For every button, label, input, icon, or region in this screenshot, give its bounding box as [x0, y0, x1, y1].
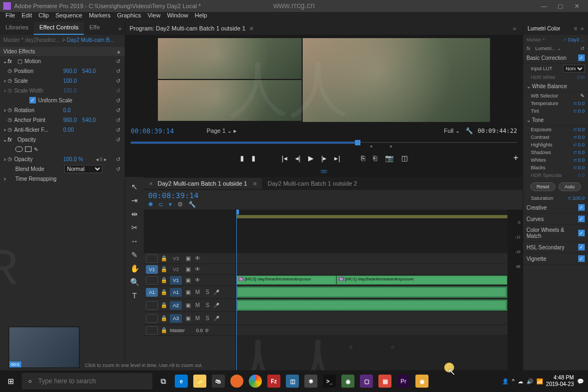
sequence-clip-label[interactable]: Day2 Multi-cam B...	[66, 37, 114, 43]
time-remapping-row[interactable]: › Time Remapping	[0, 174, 125, 183]
playhead-icon[interactable]	[355, 140, 360, 145]
go-to-in-button[interactable]: |◂	[281, 154, 287, 162]
color-wheels-section[interactable]: Color Wheels & Match✓	[523, 225, 588, 242]
contrast-value[interactable]: ⊂0.0	[573, 134, 585, 140]
onedrive-icon[interactable]: ☁	[518, 378, 523, 384]
reset-icon[interactable]: ↺	[114, 78, 122, 84]
step-forward-button[interactable]: |▸	[321, 154, 327, 162]
timeline-playhead[interactable]	[236, 210, 237, 370]
video-clip-mc1[interactable]: fx[MC1] day2headincreasedexposure	[336, 275, 507, 285]
checkbox-checked-icon[interactable]: ✓	[578, 216, 585, 222]
menu-view[interactable]: View	[144, 12, 164, 22]
menu-sequence[interactable]: Sequence	[52, 12, 86, 22]
taskbar-search[interactable]: ○	[22, 373, 152, 389]
search-input[interactable]	[38, 377, 142, 385]
marker-icon[interactable]: ▾	[169, 201, 172, 208]
track-v2-header[interactable]: V1🔒V2▣👁	[144, 264, 236, 275]
track-a3[interactable]	[236, 312, 507, 325]
camera-angle-1[interactable]	[158, 38, 302, 79]
razor-tool-icon[interactable]: ✂	[130, 223, 139, 232]
program-scrubber[interactable]	[131, 138, 517, 147]
play-button[interactable]: ▶	[308, 154, 314, 162]
reset-button[interactable]: Reset	[530, 182, 555, 191]
twisty-icon[interactable]: ›	[2, 176, 8, 182]
selection-tool-icon[interactable]: ↖	[130, 182, 139, 191]
stopwatch-icon[interactable]: ◷	[8, 117, 14, 122]
stopwatch-icon[interactable]: ◷	[8, 156, 14, 162]
cortana-icon[interactable]: ○	[22, 378, 38, 384]
checkbox-checked-icon[interactable]: ✓	[578, 255, 585, 262]
menu-edit[interactable]: Edit	[19, 12, 35, 22]
rotation-value[interactable]: 0.0	[63, 107, 71, 113]
highlights-value[interactable]: ⊂0.0	[573, 142, 585, 148]
timeline-content[interactable]: fx[MC2] day2headincreasedexposur fx[MC1]…	[236, 210, 507, 370]
lock-icon[interactable]: 🔒	[160, 266, 168, 272]
type-tool-icon[interactable]: T	[130, 291, 139, 300]
solo-icon[interactable]: S	[204, 315, 211, 321]
menu-file[interactable]: File	[2, 12, 19, 22]
source-v1[interactable]: V1	[146, 265, 158, 274]
menu-window[interactable]: Window	[164, 12, 192, 22]
position-x-value[interactable]: 960.0	[63, 68, 77, 74]
chevron-up-icon[interactable]: ▲	[116, 48, 121, 54]
blacks-value[interactable]: ⊂0.0	[573, 165, 585, 170]
panel-overflow-icon[interactable]: »	[580, 26, 584, 32]
creative-section[interactable]: Creative✓	[523, 202, 588, 213]
mark-out-button[interactable]: ▮	[252, 154, 255, 162]
stopwatch-icon[interactable]: ◷	[8, 78, 14, 83]
white-balance-section[interactable]: ⌄White Balance	[523, 81, 588, 92]
track-v1-header[interactable]: 🔒V1▣👁	[144, 275, 236, 286]
lock-icon[interactable]: 🔒	[160, 315, 168, 321]
start-button[interactable]: ⊞	[0, 377, 22, 385]
toggle-sync-icon[interactable]: ▣	[184, 277, 192, 283]
stopwatch-icon[interactable]: ◷	[8, 68, 14, 74]
checkbox-checked-icon[interactable]: ✓	[578, 54, 585, 61]
windows-taskbar[interactable]: ⊞ ○ ⧉ e 📁 🛍 Fz ◫ ✱ >_ ◉ ▢ ▤ Pr ◉ 👤 ^ ☁ 🔊…	[0, 370, 588, 392]
video-clip-mc2[interactable]: fx[MC2] day2headincreasedexposur	[236, 275, 336, 285]
source-a1[interactable]: A1	[146, 288, 158, 297]
target-v1[interactable]: V1	[170, 276, 182, 285]
master-clip-label[interactable]: Master * day2headinc...	[3, 37, 60, 43]
saturation-value[interactable]: ⊂100.0	[568, 195, 585, 201]
linked-selection-icon[interactable]: ⊂	[158, 201, 163, 208]
blend-mode-select[interactable]: Normal	[64, 165, 102, 173]
step-back-button[interactable]: ◂|	[295, 154, 301, 162]
tone-section[interactable]: ⌄Tone	[523, 115, 588, 126]
timeline-zoom-bar[interactable]: ○○	[236, 336, 507, 358]
panel-overflow-icon[interactable]: »	[511, 25, 518, 32]
timeline-tab-2[interactable]: Day2 Multi-cam Batch 1 outside 2	[262, 178, 362, 189]
opacity-value[interactable]: 100.0 %	[63, 156, 83, 162]
lock-icon[interactable]: 🔒	[160, 277, 168, 283]
snap-icon[interactable]: ✱	[148, 201, 153, 208]
go-to-out-button[interactable]: ▸|	[334, 154, 340, 162]
audio-clip-a1[interactable]	[236, 286, 507, 298]
settings-wrench-icon[interactable]: 🔧	[465, 127, 473, 134]
checkbox-checked-icon[interactable]: ✓	[29, 97, 36, 103]
input-lut-select[interactable]: None	[563, 65, 585, 72]
target-v2[interactable]: V2	[170, 265, 182, 274]
reset-icon[interactable]: ↺	[114, 137, 122, 143]
button-editor-icon[interactable]: +	[513, 153, 518, 163]
mute-icon[interactable]: M	[194, 315, 201, 321]
auto-button[interactable]: Auto	[559, 182, 581, 191]
track-master-header[interactable]: 🔒Master0.0⊪	[144, 325, 236, 336]
checkbox-checked-icon[interactable]: ✓	[578, 204, 585, 211]
antiflicker-value[interactable]: 0.00	[63, 127, 74, 133]
multicam-indicator[interactable]: ◫◫	[125, 168, 523, 176]
people-icon[interactable]: 👤	[502, 378, 509, 384]
tray-chevron-icon[interactable]: ^	[512, 378, 514, 384]
panel-menu-icon[interactable]: ≡	[250, 25, 253, 32]
app-icon-2[interactable]: ✱	[302, 372, 320, 390]
temperature-value[interactable]: ⊂0.0	[573, 101, 585, 106]
anchor-y-value[interactable]: 540.0	[82, 117, 96, 123]
firefox-icon[interactable]	[228, 372, 246, 390]
solo-icon[interactable]: S	[204, 289, 211, 295]
menu-bar[interactable]: File Edit Clip Sequence Markers Graphics…	[0, 12, 588, 22]
active-camera-view[interactable]	[303, 38, 490, 122]
track-a1-header[interactable]: A1🔒A1▣MS🎤	[144, 286, 236, 299]
shadows-value[interactable]: ⊂0.0	[573, 150, 585, 155]
lock-icon[interactable]: 🔒	[160, 302, 168, 308]
close-icon[interactable]: ×	[149, 180, 152, 187]
page-selector[interactable]: Page 1 ⌄ ▸	[206, 127, 237, 134]
position-y-value[interactable]: 540.0	[82, 68, 96, 74]
